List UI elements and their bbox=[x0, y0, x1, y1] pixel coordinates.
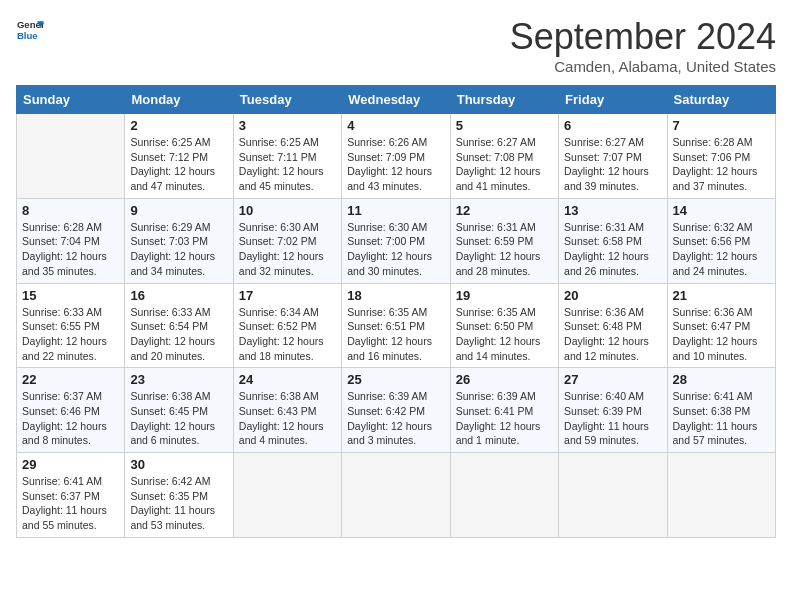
calendar-table: SundayMondayTuesdayWednesdayThursdayFrid… bbox=[16, 85, 776, 538]
calendar-day-cell: 4Sunrise: 6:26 AMSunset: 7:09 PMDaylight… bbox=[342, 114, 450, 199]
calendar-day-cell: 23Sunrise: 6:38 AMSunset: 6:45 PMDayligh… bbox=[125, 368, 233, 453]
calendar-day-cell: 19Sunrise: 6:35 AMSunset: 6:50 PMDayligh… bbox=[450, 283, 558, 368]
day-info: Sunrise: 6:34 AMSunset: 6:52 PMDaylight:… bbox=[239, 305, 336, 364]
calendar-week-row: 2Sunrise: 6:25 AMSunset: 7:12 PMDaylight… bbox=[17, 114, 776, 199]
day-info: Sunrise: 6:39 AMSunset: 6:41 PMDaylight:… bbox=[456, 389, 553, 448]
calendar-day-cell: 25Sunrise: 6:39 AMSunset: 6:42 PMDayligh… bbox=[342, 368, 450, 453]
day-info: Sunrise: 6:37 AMSunset: 6:46 PMDaylight:… bbox=[22, 389, 119, 448]
calendar-day-cell: 28Sunrise: 6:41 AMSunset: 6:38 PMDayligh… bbox=[667, 368, 775, 453]
calendar-day-cell: 2Sunrise: 6:25 AMSunset: 7:12 PMDaylight… bbox=[125, 114, 233, 199]
day-number: 8 bbox=[22, 203, 119, 218]
calendar-day-cell: 12Sunrise: 6:31 AMSunset: 6:59 PMDayligh… bbox=[450, 198, 558, 283]
calendar-day-cell: 24Sunrise: 6:38 AMSunset: 6:43 PMDayligh… bbox=[233, 368, 341, 453]
day-number: 5 bbox=[456, 118, 553, 133]
calendar-empty-cell bbox=[667, 453, 775, 538]
calendar-day-cell: 14Sunrise: 6:32 AMSunset: 6:56 PMDayligh… bbox=[667, 198, 775, 283]
calendar-day-cell: 17Sunrise: 6:34 AMSunset: 6:52 PMDayligh… bbox=[233, 283, 341, 368]
day-number: 29 bbox=[22, 457, 119, 472]
day-info: Sunrise: 6:28 AMSunset: 7:04 PMDaylight:… bbox=[22, 220, 119, 279]
calendar-day-cell: 6Sunrise: 6:27 AMSunset: 7:07 PMDaylight… bbox=[559, 114, 667, 199]
calendar-day-cell: 29Sunrise: 6:41 AMSunset: 6:37 PMDayligh… bbox=[17, 453, 125, 538]
day-info: Sunrise: 6:30 AMSunset: 7:02 PMDaylight:… bbox=[239, 220, 336, 279]
calendar-day-cell: 18Sunrise: 6:35 AMSunset: 6:51 PMDayligh… bbox=[342, 283, 450, 368]
day-number: 24 bbox=[239, 372, 336, 387]
day-number: 28 bbox=[673, 372, 770, 387]
day-header-saturday: Saturday bbox=[667, 86, 775, 114]
day-number: 6 bbox=[564, 118, 661, 133]
day-number: 14 bbox=[673, 203, 770, 218]
calendar-empty-cell bbox=[342, 453, 450, 538]
calendar-empty-cell bbox=[17, 114, 125, 199]
calendar-week-row: 22Sunrise: 6:37 AMSunset: 6:46 PMDayligh… bbox=[17, 368, 776, 453]
day-number: 15 bbox=[22, 288, 119, 303]
day-number: 22 bbox=[22, 372, 119, 387]
calendar-day-cell: 21Sunrise: 6:36 AMSunset: 6:47 PMDayligh… bbox=[667, 283, 775, 368]
day-info: Sunrise: 6:31 AMSunset: 6:58 PMDaylight:… bbox=[564, 220, 661, 279]
calendar-empty-cell bbox=[559, 453, 667, 538]
calendar-day-cell: 5Sunrise: 6:27 AMSunset: 7:08 PMDaylight… bbox=[450, 114, 558, 199]
day-info: Sunrise: 6:27 AMSunset: 7:08 PMDaylight:… bbox=[456, 135, 553, 194]
calendar-empty-cell bbox=[233, 453, 341, 538]
day-number: 27 bbox=[564, 372, 661, 387]
day-number: 4 bbox=[347, 118, 444, 133]
calendar-day-cell: 8Sunrise: 6:28 AMSunset: 7:04 PMDaylight… bbox=[17, 198, 125, 283]
day-number: 26 bbox=[456, 372, 553, 387]
day-info: Sunrise: 6:25 AMSunset: 7:12 PMDaylight:… bbox=[130, 135, 227, 194]
calendar-week-row: 8Sunrise: 6:28 AMSunset: 7:04 PMDaylight… bbox=[17, 198, 776, 283]
calendar-day-cell: 22Sunrise: 6:37 AMSunset: 6:46 PMDayligh… bbox=[17, 368, 125, 453]
month-title: September 2024 bbox=[510, 16, 776, 58]
day-number: 30 bbox=[130, 457, 227, 472]
day-info: Sunrise: 6:28 AMSunset: 7:06 PMDaylight:… bbox=[673, 135, 770, 194]
day-number: 3 bbox=[239, 118, 336, 133]
day-number: 2 bbox=[130, 118, 227, 133]
day-header-sunday: Sunday bbox=[17, 86, 125, 114]
day-info: Sunrise: 6:41 AMSunset: 6:38 PMDaylight:… bbox=[673, 389, 770, 448]
day-number: 19 bbox=[456, 288, 553, 303]
calendar-day-cell: 13Sunrise: 6:31 AMSunset: 6:58 PMDayligh… bbox=[559, 198, 667, 283]
day-info: Sunrise: 6:35 AMSunset: 6:51 PMDaylight:… bbox=[347, 305, 444, 364]
day-info: Sunrise: 6:33 AMSunset: 6:54 PMDaylight:… bbox=[130, 305, 227, 364]
calendar-day-cell: 20Sunrise: 6:36 AMSunset: 6:48 PMDayligh… bbox=[559, 283, 667, 368]
day-header-thursday: Thursday bbox=[450, 86, 558, 114]
svg-text:Blue: Blue bbox=[17, 30, 38, 41]
day-info: Sunrise: 6:32 AMSunset: 6:56 PMDaylight:… bbox=[673, 220, 770, 279]
day-number: 9 bbox=[130, 203, 227, 218]
day-info: Sunrise: 6:36 AMSunset: 6:48 PMDaylight:… bbox=[564, 305, 661, 364]
calendar-day-cell: 11Sunrise: 6:30 AMSunset: 7:00 PMDayligh… bbox=[342, 198, 450, 283]
logo-icon: General Blue bbox=[16, 16, 44, 44]
day-info: Sunrise: 6:41 AMSunset: 6:37 PMDaylight:… bbox=[22, 474, 119, 533]
day-info: Sunrise: 6:36 AMSunset: 6:47 PMDaylight:… bbox=[673, 305, 770, 364]
day-info: Sunrise: 6:38 AMSunset: 6:43 PMDaylight:… bbox=[239, 389, 336, 448]
day-header-wednesday: Wednesday bbox=[342, 86, 450, 114]
day-info: Sunrise: 6:38 AMSunset: 6:45 PMDaylight:… bbox=[130, 389, 227, 448]
calendar-day-cell: 26Sunrise: 6:39 AMSunset: 6:41 PMDayligh… bbox=[450, 368, 558, 453]
header: General Blue September 2024 Camden, Alab… bbox=[16, 16, 776, 75]
calendar-day-cell: 10Sunrise: 6:30 AMSunset: 7:02 PMDayligh… bbox=[233, 198, 341, 283]
day-number: 20 bbox=[564, 288, 661, 303]
day-number: 7 bbox=[673, 118, 770, 133]
day-number: 23 bbox=[130, 372, 227, 387]
calendar-day-cell: 30Sunrise: 6:42 AMSunset: 6:35 PMDayligh… bbox=[125, 453, 233, 538]
day-info: Sunrise: 6:40 AMSunset: 6:39 PMDaylight:… bbox=[564, 389, 661, 448]
calendar-day-cell: 9Sunrise: 6:29 AMSunset: 7:03 PMDaylight… bbox=[125, 198, 233, 283]
calendar-day-cell: 16Sunrise: 6:33 AMSunset: 6:54 PMDayligh… bbox=[125, 283, 233, 368]
day-info: Sunrise: 6:39 AMSunset: 6:42 PMDaylight:… bbox=[347, 389, 444, 448]
day-number: 13 bbox=[564, 203, 661, 218]
day-number: 25 bbox=[347, 372, 444, 387]
day-info: Sunrise: 6:29 AMSunset: 7:03 PMDaylight:… bbox=[130, 220, 227, 279]
day-number: 16 bbox=[130, 288, 227, 303]
day-info: Sunrise: 6:27 AMSunset: 7:07 PMDaylight:… bbox=[564, 135, 661, 194]
day-number: 10 bbox=[239, 203, 336, 218]
calendar-empty-cell bbox=[450, 453, 558, 538]
day-header-friday: Friday bbox=[559, 86, 667, 114]
title-area: September 2024 Camden, Alabama, United S… bbox=[510, 16, 776, 75]
day-info: Sunrise: 6:25 AMSunset: 7:11 PMDaylight:… bbox=[239, 135, 336, 194]
day-number: 21 bbox=[673, 288, 770, 303]
calendar-day-cell: 7Sunrise: 6:28 AMSunset: 7:06 PMDaylight… bbox=[667, 114, 775, 199]
logo: General Blue bbox=[16, 16, 44, 44]
day-number: 18 bbox=[347, 288, 444, 303]
day-info: Sunrise: 6:42 AMSunset: 6:35 PMDaylight:… bbox=[130, 474, 227, 533]
day-header-monday: Monday bbox=[125, 86, 233, 114]
calendar-day-cell: 15Sunrise: 6:33 AMSunset: 6:55 PMDayligh… bbox=[17, 283, 125, 368]
calendar-day-cell: 27Sunrise: 6:40 AMSunset: 6:39 PMDayligh… bbox=[559, 368, 667, 453]
